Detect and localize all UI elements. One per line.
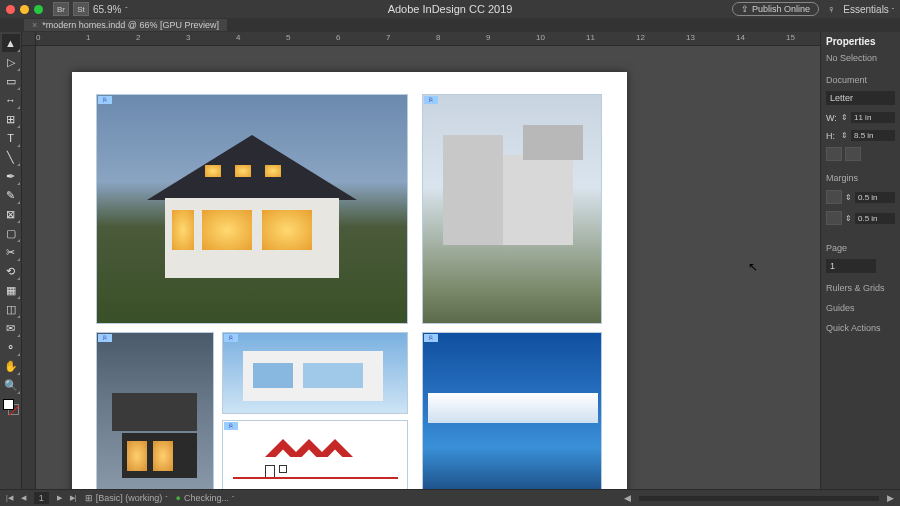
margin-field[interactable]: 0.5 in <box>855 213 895 224</box>
margins-section-label: Margins <box>826 173 895 183</box>
link-badge-icon: ⎘ <box>98 334 112 342</box>
last-page-button[interactable]: ▶| <box>70 494 77 502</box>
zoom-level[interactable]: 65.9% <box>93 4 121 15</box>
vertical-ruler[interactable] <box>22 46 36 489</box>
margin-stepper-icon[interactable]: ⇕ <box>845 193 852 202</box>
publish-online-button[interactable]: ⇪Publish Online <box>732 2 819 16</box>
selection-status: No Selection <box>826 53 895 63</box>
type-tool[interactable]: T <box>2 129 20 147</box>
ruler-tick: 1 <box>86 33 90 42</box>
stock-button[interactable]: St <box>73 2 89 16</box>
image-frame[interactable]: ⎘ <box>422 94 602 324</box>
zoom-chevron-icon[interactable]: ˇ <box>125 6 127 13</box>
scissors-tool[interactable]: ✂ <box>2 243 20 261</box>
margin-field[interactable]: 0.5 in <box>855 192 895 203</box>
quick-actions-link[interactable]: Quick Actions <box>826 323 895 333</box>
rectangle-frame-tool[interactable]: ⊠ <box>2 205 20 223</box>
image-frame[interactable]: ⎘ <box>222 332 408 414</box>
margin-bottom-icon <box>826 211 842 225</box>
document-tab-label: *modern homes.indd @ 66% [GPU Preview] <box>42 20 219 30</box>
direct-selection-tool[interactable]: ▷ <box>2 53 20 71</box>
link-badge-icon: ⎘ <box>98 96 112 104</box>
link-badge-icon: ⎘ <box>424 96 438 104</box>
panel-title: Properties <box>826 36 895 47</box>
ruler-tick: 4 <box>236 33 240 42</box>
minimize-window-button[interactable] <box>20 5 29 14</box>
preflight-status-icon: ● <box>176 493 181 503</box>
gradient-swatch-tool[interactable]: ▦ <box>2 281 20 299</box>
horizontal-scrollbar[interactable] <box>639 496 879 501</box>
zoom-tool[interactable]: 🔍 <box>2 376 20 394</box>
line-tool[interactable]: ╲ <box>2 148 20 166</box>
properties-panel: Properties No Selection Document Letter … <box>820 32 900 489</box>
margin-stepper-icon[interactable]: ⇕ <box>845 214 852 223</box>
content-collector-tool[interactable]: ⊞ <box>2 110 20 128</box>
image-frame[interactable]: ⎘ <box>222 420 408 489</box>
page-preset-dropdown[interactable]: Letter <box>826 91 895 105</box>
ruler-tick: 0 <box>36 33 40 42</box>
close-tab-icon[interactable]: × <box>32 20 37 30</box>
ruler-tick: 7 <box>386 33 390 42</box>
height-stepper-icon[interactable]: ⇕ <box>841 131 848 140</box>
ruler-tick: 11 <box>586 33 595 42</box>
workspace-switcher[interactable]: Essentials ˇ <box>843 4 894 15</box>
scroll-right-button[interactable]: ▶ <box>887 493 894 503</box>
status-bar: |◀ ◀ 1 ▶ ▶| ⊞ [Basic] (working) ˇ ● Chec… <box>0 489 900 506</box>
document-page[interactable]: ⎘ ⎘ ⎘ ⎘ <box>72 72 627 489</box>
page-field[interactable]: 1 <box>34 492 49 504</box>
image-frame[interactable]: ⎘ <box>96 332 214 489</box>
ruler-tick: 8 <box>436 33 440 42</box>
guides-link[interactable]: Guides <box>826 303 895 313</box>
bridge-button[interactable]: Br <box>53 2 69 16</box>
fill-stroke-swatch[interactable] <box>3 399 19 415</box>
hand-tool[interactable]: ✋ <box>2 357 20 375</box>
ruler-tick: 10 <box>536 33 545 42</box>
scroll-left-button[interactable]: ◀ <box>624 493 631 503</box>
image-frame[interactable]: ⎘ <box>96 94 408 324</box>
gradient-feather-tool[interactable]: ◫ <box>2 300 20 318</box>
tools-panel: ▲▷▭↔⊞T╲✒✎⊠▢✂⟲▦◫✉⚬✋🔍 <box>0 32 22 489</box>
width-field[interactable]: 11 in <box>851 112 895 123</box>
first-page-button[interactable]: |◀ <box>6 494 13 502</box>
document-tab[interactable]: × *modern homes.indd @ 66% [GPU Preview] <box>24 19 227 31</box>
document-section-label: Document <box>826 75 895 85</box>
page-section-label: Page <box>826 243 895 253</box>
pencil-tool[interactable]: ✎ <box>2 186 20 204</box>
width-label: W: <box>826 113 838 123</box>
width-stepper-icon[interactable]: ⇕ <box>841 113 848 122</box>
preflight-status[interactable]: Checking... <box>184 493 229 503</box>
preflight-menu-icon[interactable]: ⊞ <box>85 493 93 503</box>
rectangle-tool[interactable]: ▢ <box>2 224 20 242</box>
window-controls[interactable] <box>6 5 43 14</box>
ruler-tick: 9 <box>486 33 490 42</box>
preflight-profile[interactable]: [Basic] (working) <box>96 493 163 503</box>
selection-tool[interactable]: ▲ <box>2 34 20 52</box>
page-number-field[interactable]: 1 <box>826 259 876 273</box>
image-frame[interactable]: ⎘ <box>422 332 602 489</box>
maximize-window-button[interactable] <box>34 5 43 14</box>
next-page-button[interactable]: ▶ <box>57 494 62 502</box>
link-badge-icon: ⎘ <box>224 422 238 430</box>
height-label: H: <box>826 131 838 141</box>
page-tool[interactable]: ▭ <box>2 72 20 90</box>
note-tool[interactable]: ✉ <box>2 319 20 337</box>
eyedropper-tool[interactable]: ⚬ <box>2 338 20 356</box>
orientation-portrait-button[interactable] <box>826 147 842 161</box>
gap-tool[interactable]: ↔ <box>2 91 20 109</box>
ruler-origin[interactable] <box>22 32 36 46</box>
cursor-icon: ↖ <box>748 260 758 274</box>
close-window-button[interactable] <box>6 5 15 14</box>
free-transform-tool[interactable]: ⟲ <box>2 262 20 280</box>
prev-page-button[interactable]: ◀ <box>21 494 26 502</box>
learn-icon[interactable]: ♀ <box>827 3 835 15</box>
ruler-tick: 13 <box>686 33 695 42</box>
ruler-tick: 5 <box>286 33 290 42</box>
horizontal-ruler[interactable]: 0123456789101112131415 <box>36 32 820 46</box>
canvas-area[interactable]: 0123456789101112131415 ⎘ ⎘ ⎘ <box>22 32 820 489</box>
pen-tool[interactable]: ✒ <box>2 167 20 185</box>
app-menubar: Br St 65.9% ˇ Adobe InDesign CC 2019 ⇪Pu… <box>0 0 900 18</box>
orientation-landscape-button[interactable] <box>845 147 861 161</box>
app-title: Adobe InDesign CC 2019 <box>388 3 513 15</box>
rulers-grids-link[interactable]: Rulers & Grids <box>826 283 895 293</box>
height-field[interactable]: 8.5 in <box>851 130 895 141</box>
